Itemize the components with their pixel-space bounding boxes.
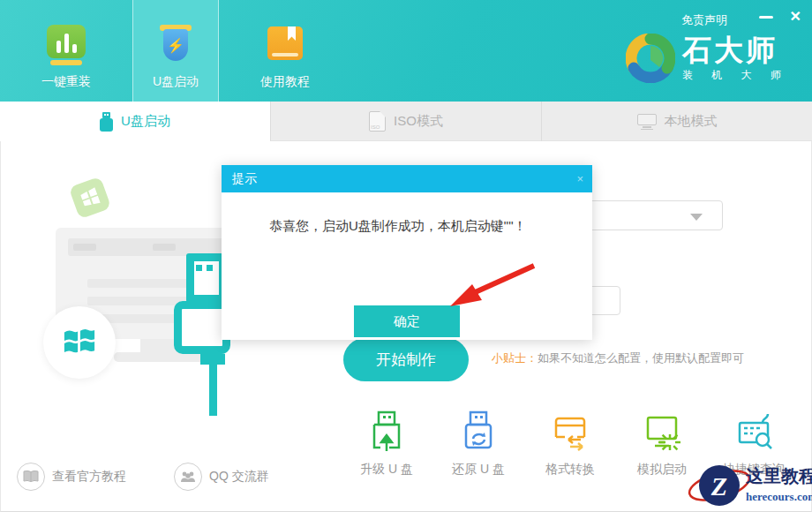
link-label: 查看官方教程 [52, 469, 126, 485]
usb-icon [100, 112, 113, 132]
dialog-close-icon[interactable]: × [576, 165, 583, 192]
nav-label: 使用教程 [260, 74, 310, 90]
upgrade-usb-icon [365, 410, 408, 455]
dialog-title: 提示 [232, 171, 257, 185]
brand-swirl-icon [626, 34, 675, 83]
success-dialog: 提示 × 恭喜您，启动U盘制作成功，本机启动键""！ 确定 [222, 165, 592, 340]
top-nav: 一键重装 ⚡ U盘启动 使用教程 [23, 0, 351, 102]
start-create-button[interactable]: 开始制作 [343, 338, 469, 381]
mode-tabs: U盘启动 ISO ISO模式 本地模式 [0, 102, 812, 141]
minimize-button[interactable] [759, 16, 773, 19]
disclaimer-link[interactable]: 免责声明 [681, 12, 727, 28]
simulate-boot-icon [641, 410, 683, 455]
toolbar-format-convert[interactable]: 格式转换 [530, 410, 610, 478]
svg-text:Z: Z [710, 471, 727, 501]
site-watermark: Z 这里教程网 herecours.com [688, 459, 811, 512]
tab-usb-boot[interactable]: U盘启动 [0, 102, 270, 141]
app-window: 一键重装 ⚡ U盘启动 使用教程 免责声明 ✕ [0, 0, 812, 512]
reinstall-chart-icon [45, 25, 87, 65]
nav-label: U盘启动 [153, 74, 199, 90]
toolbar-upgrade-usb[interactable]: 升级 U 盘 [347, 410, 426, 478]
tab-local-mode[interactable]: 本地模式 [541, 102, 812, 141]
format-convert-icon [549, 410, 591, 455]
official-tutorial-link[interactable]: 查看官方教程 [17, 463, 126, 491]
brand-subtitle: 装 机 大 师 [682, 68, 789, 83]
restore-usb-icon [457, 410, 500, 455]
brand-logo: 石大师 装 机 大 师 [626, 34, 789, 83]
windows-tile-icon [69, 177, 112, 220]
iso-file-icon: ISO [369, 111, 386, 132]
tab-label: 本地模式 [665, 113, 718, 130]
toolbar-label: 还原 U 盘 [439, 462, 518, 478]
hotkey-query-icon [733, 410, 775, 455]
tab-iso-mode[interactable]: ISO ISO模式 [270, 102, 541, 141]
book-icon [17, 463, 45, 491]
toolbar-label: 格式转换 [530, 462, 610, 478]
nav-item-usb-boot[interactable]: ⚡ U盘启动 [132, 0, 219, 102]
toolbar-restore-usb[interactable]: 还原 U 盘 [439, 410, 518, 478]
link-label: QQ 交流群 [209, 469, 269, 485]
header: 一键重装 ⚡ U盘启动 使用教程 免责声明 ✕ [0, 0, 812, 102]
qq-group-link[interactable]: QQ 交流群 [174, 463, 269, 491]
dialog-message: 恭喜您，启动U盘制作成功，本机启动键""！ [269, 218, 526, 235]
close-button[interactable]: ✕ [790, 8, 801, 25]
brand-name: 石大师 [682, 34, 789, 66]
group-icon [174, 463, 202, 491]
monitor-icon [637, 114, 657, 129]
tab-label: U盘启动 [121, 113, 170, 130]
tutorial-book-icon [264, 25, 306, 65]
watermark-site-name: 这里教程网 [746, 464, 812, 488]
tip-text: 小贴士：如果不知道怎么配置，使用默认配置即可 [492, 350, 744, 366]
tip-label: 小贴士： [492, 351, 538, 365]
nav-item-reinstall[interactable]: 一键重装 [23, 0, 109, 102]
windows-flag-badge [43, 306, 116, 379]
nav-label: 一键重装 [41, 74, 91, 90]
tab-label: ISO模式 [394, 113, 443, 130]
chevron-down-icon [690, 214, 703, 221]
nav-item-tutorial[interactable]: 使用教程 [242, 0, 328, 102]
main-panel: 开始制作 小贴士：如果不知道怎么配置，使用默认配置即可 升级 U 盘 [0, 141, 812, 512]
toolbar-label: 升级 U 盘 [347, 462, 426, 478]
usb-boot-shield-icon: ⚡ [154, 25, 197, 65]
dialog-titlebar: 提示 × [222, 165, 592, 192]
watermark-domain: herecours.com [746, 490, 812, 504]
dialog-ok-button[interactable]: 确定 [354, 305, 460, 337]
